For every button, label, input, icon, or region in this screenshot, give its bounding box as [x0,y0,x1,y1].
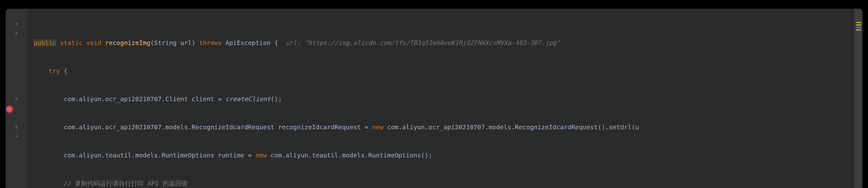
error-stripe[interactable] [854,9,862,188]
method-call: createClient [225,95,271,103]
comment: // 复制代码运行请自行打印 API 的返回值 [64,180,187,187]
gutter: ⊟ ⊟ ⊟ ⊟ ⊟ [6,9,28,188]
gutter-row [6,66,28,75]
code-line[interactable]: try { [28,66,853,75]
gutter-row [6,75,28,85]
stripe-mark[interactable] [856,29,861,31]
keyword-static: static [60,39,83,46]
keyword-new: new [255,152,267,159]
keyword-public: public [34,39,56,46]
code-line[interactable]: com.aliyun.ocr_api20210707.models.Recogn… [28,122,853,132]
keyword-new: new [372,123,383,131]
gutter-row [6,113,28,122]
fold-toggle[interactable]: ⊟ [6,122,28,132]
fold-toggle[interactable]: ⊟ [6,29,28,38]
code-area[interactable]: public static void recognizeImg(String u… [28,9,853,188]
code-line[interactable]: public static void recognizeImg(String u… [28,38,853,48]
gutter-row [6,57,28,66]
code-line[interactable]: com.aliyun.teautil.models.RuntimeOptions… [28,151,853,160]
gutter-row [6,104,28,113]
method-name: recognizeImg [105,39,151,46]
stripe-mark[interactable] [856,24,861,26]
fold-toggle[interactable]: ⊟ [6,94,28,104]
fold-toggle[interactable]: ⊟ [6,132,28,141]
keyword-throws: throws [199,39,222,46]
keyword-void: void [87,39,101,46]
code-line[interactable]: // 复制代码运行请自行打印 API 的返回值 [28,179,853,188]
fold-toggle[interactable]: ⊟ [6,19,28,29]
keyword-try: try [49,67,60,75]
inlay-hint: url: "https://img.alicdn.com/tfs/TB1q5Ie… [278,39,560,46]
gutter-row [6,48,28,57]
breakpoint-icon[interactable] [6,105,13,113]
gutter-row [6,38,28,48]
stripe-mark[interactable] [856,27,861,28]
editor-window: ⊟ ⊟ ⊟ ⊟ ⊟ public static void recognizeIm… [6,9,862,188]
stripe-mark[interactable] [856,22,861,23]
gutter-row [6,85,28,94]
code-line[interactable]: com.aliyun.ocr_api20210707.Client client… [28,94,853,104]
